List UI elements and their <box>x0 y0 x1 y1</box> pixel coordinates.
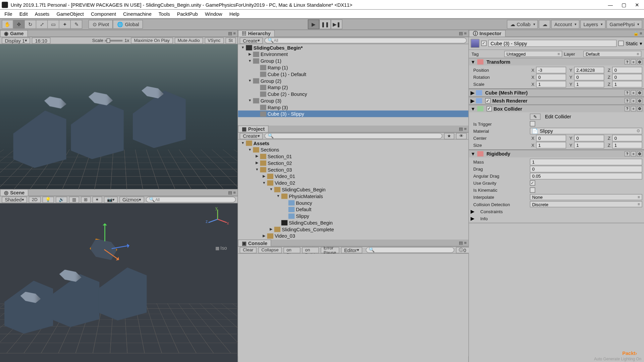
preset-icon[interactable]: ≡ <box>631 59 636 65</box>
project-search-input[interactable] <box>274 134 439 138</box>
console-clear-build[interactable]: Clear on Build <box>302 247 319 253</box>
pos-z[interactable]: 0 <box>612 66 642 73</box>
console-info-count[interactable]: ⓘ 0 <box>456 247 469 253</box>
collab-dropdown[interactable]: ☁ Collab <box>507 20 538 28</box>
hierarchy-search-input[interactable] <box>274 38 464 43</box>
help-icon[interactable]: ? <box>625 106 630 111</box>
game-viewport[interactable] <box>0 44 237 189</box>
draw-mode-dropdown[interactable]: Shaded ▾ <box>2 196 27 202</box>
gear-icon[interactable]: ⚙ <box>637 90 642 96</box>
center-z[interactable]: 0 <box>612 135 642 141</box>
menu-cinemachine[interactable]: Cinemachine <box>120 10 155 18</box>
help-icon[interactable]: ? <box>625 90 630 96</box>
foldout-icon[interactable]: ▼ <box>240 141 245 145</box>
foldout-icon[interactable] <box>255 92 259 96</box>
scale-slider[interactable] <box>105 40 123 41</box>
tree-row[interactable]: ▼Group (1) <box>238 57 468 64</box>
drag-field[interactable]: 0 <box>530 166 642 172</box>
scene-search[interactable]: 🔍 <box>146 197 236 202</box>
foldout-icon[interactable]: ▼ <box>248 147 252 152</box>
tree-row[interactable]: ▼Group (3) <box>238 97 468 104</box>
angular-drag-field[interactable]: 0.05 <box>530 173 642 179</box>
tree-row[interactable]: ▶Environment <box>238 51 468 58</box>
layout-dropdown[interactable]: GamePhysi <box>606 20 642 28</box>
layer-dropdown[interactable]: Default <box>583 51 641 57</box>
project-fav-icon[interactable]: ★ <box>444 133 454 139</box>
foldout-icon[interactable] <box>283 214 287 218</box>
tree-row[interactable]: Ramp (3) <box>238 104 468 111</box>
scale-tool-icon[interactable]: ⤢ <box>36 20 48 28</box>
edit-collider-button[interactable]: ✎ <box>530 114 541 120</box>
transform-tool-icon[interactable]: ✦ <box>59 20 71 28</box>
tree-row[interactable]: ▼Assets <box>238 140 468 146</box>
gear-icon[interactable]: ⚙ <box>637 59 642 65</box>
inspector-tab-header[interactable]: ⓘ Inspector <box>469 30 505 37</box>
tree-row[interactable]: ▼Video_02 <box>238 179 468 186</box>
hierarchy-tab-header[interactable]: ☷ Hierarchy <box>238 30 274 37</box>
pause-button[interactable]: ❚❚ <box>319 19 331 29</box>
interpolate-dropdown[interactable]: None <box>530 194 642 200</box>
panel-menu-icon[interactable]: 🔒 ≡ <box>633 31 642 36</box>
foldout-icon[interactable]: ▶ <box>262 234 266 238</box>
audio-toggle-icon[interactable]: 🔊 <box>56 196 67 202</box>
tree-row[interactable]: ▼Section_03 <box>238 166 468 173</box>
step-button[interactable]: ▶❚ <box>331 19 342 29</box>
expand-icon[interactable]: ▶ <box>471 90 474 96</box>
mute-audio[interactable]: Mute Audio <box>174 37 203 43</box>
foldout-icon[interactable] <box>283 207 287 212</box>
foldout-icon[interactable]: ▼ <box>240 45 245 50</box>
tree-row[interactable]: ▼SlidingCubes_Begin <box>238 186 468 193</box>
tree-row[interactable]: ▶Video_01 <box>238 173 468 180</box>
console-tab-header[interactable]: ▣ Console <box>238 240 271 246</box>
iso-label[interactable]: ▦ Iso <box>215 245 227 251</box>
help-icon[interactable]: ? <box>625 151 630 157</box>
foldout-icon[interactable] <box>255 72 259 76</box>
hierarchy-search[interactable]: 🔍 <box>265 38 467 43</box>
preset-icon[interactable]: ≡ <box>631 151 636 157</box>
foldout-icon[interactable]: ▶ <box>269 227 273 231</box>
project-create[interactable]: Create ▾ <box>240 133 263 139</box>
maximize-icon[interactable]: ▢ <box>621 2 626 7</box>
foldout-icon[interactable] <box>255 85 259 89</box>
scl-y[interactable]: 1 <box>574 81 604 87</box>
minimize-icon[interactable]: — <box>608 2 613 7</box>
foldout-icon[interactable]: ▼ <box>269 187 273 191</box>
rect-tool-icon[interactable]: ▭ <box>48 20 59 28</box>
menu-help[interactable]: Help <box>226 10 243 18</box>
center-y[interactable]: 0 <box>574 135 604 141</box>
enabled-checkbox[interactable]: ✓ <box>481 41 487 46</box>
light-toggle-icon[interactable]: 💡 <box>42 196 54 202</box>
menu-component[interactable]: Component <box>87 10 119 18</box>
menu-edit[interactable]: Edit <box>16 10 31 18</box>
preset-icon[interactable]: ≡ <box>631 90 636 96</box>
hand-tool-icon[interactable]: ✋ <box>2 20 13 28</box>
handle-pivot-toggle[interactable]: ⊙ Pivot <box>89 20 113 28</box>
tree-row[interactable]: ▶Section_02 <box>238 160 468 166</box>
tree-row[interactable]: ▼Sections <box>238 146 468 153</box>
scl-z[interactable]: 1 <box>612 81 642 87</box>
foldout-icon[interactable]: ▼ <box>262 181 266 185</box>
help-icon[interactable]: ? <box>625 59 630 65</box>
play-button[interactable]: ▶ <box>308 19 319 29</box>
tree-row[interactable]: Default <box>238 206 468 213</box>
orientation-gizmo-icon[interactable]: y x z <box>207 208 228 230</box>
menu-window[interactable]: Window <box>201 10 226 18</box>
rot-z[interactable]: 0 <box>612 74 642 80</box>
hierarchy-create[interactable]: Create ▾ <box>240 37 263 43</box>
console-editor-dropdown[interactable]: Editor ▾ <box>341 247 362 253</box>
move-arrow-y-icon[interactable] <box>104 224 105 241</box>
foldout-icon[interactable]: ▼ <box>276 194 280 198</box>
expand-icon[interactable]: ▼ <box>471 151 475 157</box>
console-body[interactable]: Packt› Auto Generate Lighting On <box>238 254 468 356</box>
gizmos-dropdown[interactable]: Gizmos ▾ <box>119 196 144 202</box>
menu-gameobject[interactable]: GameObject <box>53 10 88 18</box>
preset-icon[interactable]: ≡ <box>631 106 636 111</box>
size-y[interactable]: 1 <box>574 142 604 148</box>
aspect-dropdown[interactable]: 16:10 <box>32 37 50 43</box>
camera-icon[interactable]: 📷▾ <box>104 196 118 202</box>
tree-row[interactable]: ▶SlidingCubes_Complete <box>238 226 468 233</box>
gear-icon[interactable]: ⚙ <box>637 106 642 111</box>
snap-icon[interactable]: ⊞ <box>81 196 91 202</box>
collision-detection-dropdown[interactable]: Discrete <box>530 201 642 207</box>
panel-menu-icon[interactable]: ▤ ≡ <box>459 240 467 245</box>
